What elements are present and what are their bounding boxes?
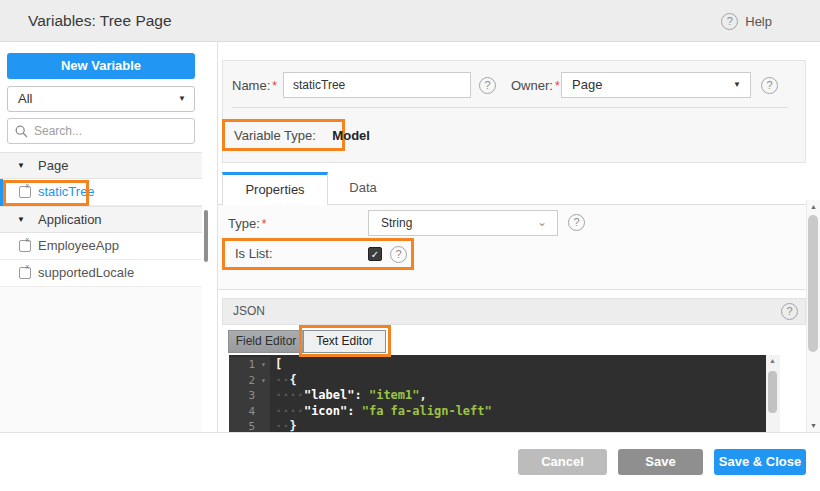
json-code-editor[interactable]: 1▾[ 2▾··{ 3····"label": "item1", 4····"i… (229, 355, 780, 432)
field-editor-button[interactable]: Field Editor (229, 331, 303, 352)
dialog-footer: Cancel Save Save & Close (0, 432, 820, 491)
cancel-button[interactable]: Cancel (518, 449, 607, 475)
owner-select[interactable]: Page ▼ (561, 72, 751, 98)
tree-item-label: EmployeeApp (38, 238, 119, 253)
owner-label: Owner:* (511, 78, 560, 93)
json-section-title: JSON (233, 299, 265, 324)
page-title: Variables: Tree Page (28, 0, 172, 42)
name-help-icon[interactable]: ? (479, 77, 496, 94)
variables-sidebar: New Variable All ▼ ▼ Page x staticTree (0, 42, 202, 432)
filter-selected-value: All (18, 91, 32, 106)
tree-empty-area (0, 287, 202, 432)
fold-icon[interactable]: ▾ (257, 373, 270, 389)
line-number: 4 (229, 404, 257, 420)
code-line: 1▾[ (229, 357, 766, 373)
type-label: Type:* (228, 216, 266, 231)
json-help-icon[interactable]: ? (781, 303, 798, 320)
caret-down-icon: ▼ (733, 73, 741, 97)
code-line: 4····"icon": "fa fa-align-left" (229, 404, 766, 420)
save-and-close-button[interactable]: Save & Close (714, 449, 806, 475)
code-line: 2▾··{ (229, 373, 766, 389)
save-button[interactable]: Save (618, 449, 703, 475)
selected-indicator (0, 179, 3, 206)
line-number: 3 (229, 388, 257, 404)
editor-mode-toggle: Field Editor Text Editor (228, 330, 386, 353)
variable-icon: x (19, 186, 31, 198)
json-section-header: JSON ? (222, 298, 806, 325)
editor-scrollbar-thumb[interactable] (768, 371, 777, 413)
variable-filter-select[interactable]: All ▼ (7, 86, 195, 112)
fold-icon (257, 404, 270, 420)
owner-help-icon[interactable]: ? (761, 77, 778, 94)
fold-icon (257, 419, 270, 432)
dialog-header: Variables: Tree Page ? Help (0, 0, 820, 42)
scroll-down-icon[interactable]: ▼ (810, 422, 817, 429)
code-line: 3····"label": "item1", (229, 388, 766, 404)
required-marker: * (272, 79, 277, 93)
fold-icon[interactable]: ▾ (257, 357, 270, 373)
tree-group-page[interactable]: ▼ Page (0, 152, 202, 179)
caret-down-icon: ▼ (17, 153, 25, 178)
required-marker: * (555, 79, 560, 93)
tree-item-label: supportedLocale (38, 265, 134, 280)
help-button[interactable]: ? Help (721, 0, 772, 42)
type-help-icon[interactable]: ? (568, 214, 585, 231)
search-icon (15, 125, 28, 138)
tab-data[interactable]: Data (328, 172, 398, 205)
scroll-up-icon[interactable]: ▲ (769, 357, 776, 364)
line-number: 1 (229, 357, 257, 373)
is-list-help-icon[interactable]: ? (390, 246, 407, 263)
type-selected-value: String (381, 216, 412, 230)
variables-dialog: Variables: Tree Page ? Help New Variable… (0, 0, 820, 491)
search-input[interactable] (7, 118, 195, 144)
variable-icon: x (19, 240, 31, 252)
fold-icon (257, 388, 270, 404)
tree-group-application[interactable]: ▼ Application (0, 206, 202, 233)
name-label: Name:* (232, 78, 277, 93)
new-variable-button[interactable]: New Variable (7, 53, 195, 79)
tree-item-label: staticTree (38, 184, 95, 199)
is-list-checkbox[interactable]: ✓ (368, 247, 382, 261)
help-question-icon: ? (721, 13, 738, 30)
caret-down-icon: ▼ (17, 207, 25, 232)
code-line: 5··} (229, 419, 766, 432)
tree-item-supportedlocale[interactable]: x supportedLocale (0, 260, 202, 287)
text-editor-button[interactable]: Text Editor (303, 331, 385, 352)
required-marker: * (262, 217, 267, 231)
line-number: 2 (229, 373, 257, 389)
variables-tree: ▼ Page x staticTree ▼ Application x Empl… (0, 152, 202, 287)
editor-scrollbar[interactable]: ▲ (766, 355, 780, 432)
help-label: Help (745, 14, 772, 29)
variable-icon: x (19, 267, 31, 279)
tab-properties[interactable]: Properties (222, 172, 328, 205)
chevron-down-icon: ⌄ (537, 209, 547, 235)
name-input[interactable] (283, 72, 471, 98)
group-label: Page (38, 158, 68, 173)
tree-item-statictree[interactable]: x staticTree (0, 179, 202, 206)
tree-item-employeeapp[interactable]: x EmployeeApp (0, 233, 202, 260)
line-number: 5 (229, 419, 257, 432)
scroll-up-icon[interactable]: ▲ (810, 203, 817, 210)
group-label: Application (38, 212, 102, 227)
owner-selected-value: Page (572, 77, 602, 92)
search-box (7, 118, 195, 144)
caret-down-icon: ▼ (178, 87, 186, 111)
code-content: 1▾[ 2▾··{ 3····"label": "item1", 4····"i… (229, 355, 766, 432)
panel-scrollbar-thumb[interactable] (808, 215, 818, 352)
sidebar-scrollbar-thumb[interactable] (204, 210, 208, 262)
panel-scrollbar[interactable]: ▲ ▼ (806, 200, 820, 432)
form-divider (232, 107, 788, 108)
type-select[interactable]: String ⌄ (368, 210, 558, 236)
